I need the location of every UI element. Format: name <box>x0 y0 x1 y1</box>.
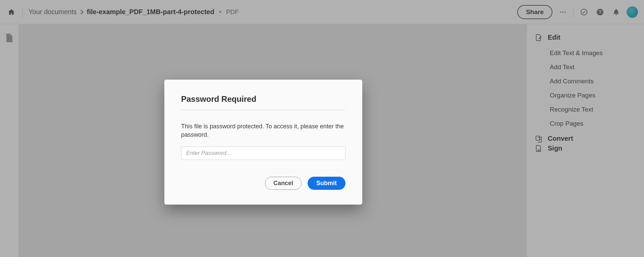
modal-message: This file is password protected. To acce… <box>181 122 345 139</box>
check-circle-icon[interactable] <box>578 6 590 18</box>
avatar[interactable] <box>627 6 638 18</box>
breadcrumb-current: file-example_PDF_1MB-part-4-protected <box>87 8 214 16</box>
share-button[interactable]: Share <box>517 5 552 19</box>
header-actions: Share ? <box>517 5 638 19</box>
tool-group-label: Edit <box>548 34 560 41</box>
tool-recognize-text[interactable]: Recognize Text <box>550 102 636 117</box>
file-type-label: PDF <box>226 8 239 16</box>
tool-group-sign[interactable]: Sign <box>535 144 636 152</box>
breadcrumb-root[interactable]: Your documents <box>29 8 77 16</box>
home-icon[interactable] <box>7 7 16 17</box>
submit-button[interactable]: Submit <box>308 177 345 190</box>
svg-rect-6 <box>536 136 540 140</box>
left-rail <box>0 24 19 257</box>
help-icon[interactable]: ? <box>594 6 606 18</box>
divider <box>181 110 345 110</box>
tool-add-text[interactable]: Add Text <box>550 60 636 74</box>
tool-crop-pages[interactable]: Crop Pages <box>550 117 636 131</box>
more-icon[interactable] <box>557 6 569 18</box>
tool-edit-text-images[interactable]: Edit Text & Images <box>550 46 636 60</box>
app-header: Your documents file-example_PDF_1MB-part… <box>0 0 644 24</box>
svg-point-1 <box>562 11 564 13</box>
separator-dot: • <box>218 8 223 16</box>
tool-group-edit[interactable]: Edit <box>535 34 636 41</box>
svg-text:?: ? <box>599 9 602 15</box>
tool-organize-pages[interactable]: Organize Pages <box>550 88 636 102</box>
tool-group-convert[interactable]: Convert <box>535 135 636 142</box>
divider <box>22 6 22 18</box>
svg-point-0 <box>560 11 561 13</box>
tools-panel: Edit Edit Text & Images Add Text Add Com… <box>527 24 644 257</box>
document-thumbnail-icon[interactable] <box>6 34 13 42</box>
chevron-right-icon <box>80 9 84 15</box>
cancel-button[interactable]: Cancel <box>265 177 302 190</box>
divider <box>573 6 574 18</box>
modal-actions: Cancel Submit <box>181 177 345 190</box>
tool-add-comments[interactable]: Add Comments <box>550 74 636 88</box>
modal-title: Password Required <box>181 94 345 104</box>
svg-point-3 <box>581 9 587 15</box>
tool-group-label: Convert <box>548 135 573 142</box>
breadcrumb: Your documents file-example_PDF_1MB-part… <box>29 8 239 16</box>
svg-point-2 <box>565 11 566 13</box>
password-input[interactable] <box>181 146 345 160</box>
password-modal: Password Required This file is password … <box>164 80 362 205</box>
edit-pdf-icon <box>535 34 543 41</box>
convert-icon <box>535 135 543 142</box>
tool-group-edit-items: Edit Text & Images Add Text Add Comments… <box>550 46 636 131</box>
sign-icon <box>535 145 543 152</box>
bell-icon[interactable] <box>610 6 622 18</box>
tool-group-label: Sign <box>548 144 562 152</box>
